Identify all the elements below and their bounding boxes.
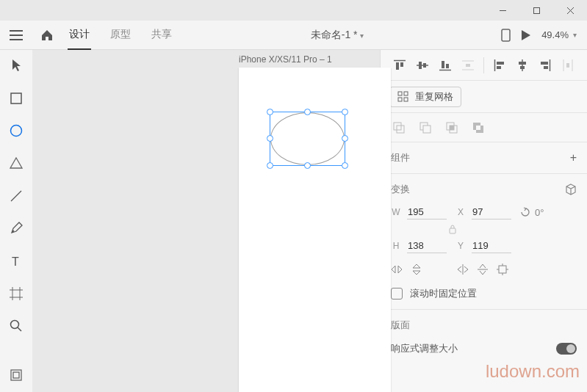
union-icon[interactable] (389, 118, 408, 137)
subtract-icon[interactable] (416, 118, 435, 137)
artboard-tool[interactable] (6, 286, 26, 302)
canvas-area[interactable]: iPhone X/XS/11 Pro – 1 (32, 50, 380, 392)
svg-text:T: T (12, 255, 19, 267)
top-toolbar: 设计 原型 共享 未命名-1 * ▾ 49.4%▾ (0, 21, 587, 50)
tab-prototype[interactable]: 原型 (109, 21, 132, 50)
artboard[interactable] (239, 68, 391, 392)
component-section-title: 组件 (391, 151, 410, 164)
align-left-icon[interactable] (490, 55, 510, 76)
svg-rect-54 (450, 126, 454, 130)
fix-scroll-checkbox[interactable] (391, 288, 403, 300)
zoom-tool[interactable] (6, 318, 26, 334)
width-label: W (391, 207, 401, 217)
align-hcenter-icon[interactable] (513, 55, 533, 76)
repeat-grid-label: 重复网格 (415, 90, 453, 104)
repeat-grid-button[interactable]: 重复网格 (389, 87, 461, 107)
mode-tabs: 设计 原型 共享 (68, 21, 173, 50)
artboard-label[interactable]: iPhone X/XS/11 Pro – 1 (239, 54, 332, 65)
align-top-icon[interactable] (389, 55, 409, 76)
home-button[interactable] (32, 29, 62, 41)
svg-rect-7 (502, 29, 510, 41)
tab-share[interactable]: 共享 (150, 21, 173, 50)
distribute-v-icon[interactable] (458, 55, 478, 76)
transform-section: 变换 W X 0° H Y (381, 174, 587, 310)
svg-rect-44 (398, 92, 402, 95)
svg-rect-24 (419, 62, 422, 69)
svg-rect-1 (533, 7, 539, 13)
flip-v2-icon[interactable] (478, 264, 488, 275)
responsive-resize-label: 响应式调整大小 (391, 342, 458, 355)
y-input[interactable] (472, 239, 511, 253)
add-component-button[interactable]: + (570, 151, 577, 164)
select-tool[interactable] (6, 57, 26, 73)
svg-rect-36 (519, 62, 526, 65)
window-maximize-button[interactable] (519, 0, 553, 21)
align-toolbar (381, 50, 587, 81)
resize-handle-tr[interactable] (342, 109, 348, 115)
zoom-dropdown[interactable]: 49.4%▾ (541, 29, 577, 40)
svg-rect-48 (394, 123, 401, 130)
3d-transform-icon[interactable] (565, 184, 577, 195)
resize-handle-bl[interactable] (267, 162, 273, 169)
lock-aspect-button[interactable] (448, 224, 577, 234)
svg-rect-51 (423, 126, 431, 133)
height-input[interactable] (407, 239, 447, 253)
svg-rect-61 (499, 266, 506, 273)
x-input[interactable] (472, 205, 511, 219)
assets-panel-button[interactable] (6, 367, 26, 383)
flip-v-icon[interactable] (411, 264, 422, 275)
pen-tool[interactable] (6, 220, 26, 236)
exclude-icon[interactable] (469, 118, 488, 137)
rotation-control[interactable]: 0° (520, 205, 544, 219)
svg-rect-43 (566, 63, 569, 68)
svg-point-9 (11, 126, 22, 137)
document-title[interactable]: 未命名-1 * ▾ (173, 29, 501, 42)
text-tool[interactable]: T (6, 253, 26, 269)
layout-section: 版面 响应式调整大小 (381, 310, 587, 364)
align-right-icon[interactable] (536, 55, 555, 76)
play-button[interactable] (521, 29, 531, 41)
hamburger-menu-button[interactable] (0, 30, 32, 40)
fix-scroll-label: 滚动时固定位置 (410, 287, 477, 300)
svg-rect-57 (476, 126, 480, 130)
intersect-icon[interactable] (442, 118, 461, 137)
width-input[interactable] (407, 205, 447, 219)
resize-handle-br[interactable] (342, 162, 348, 169)
flip-h2-icon[interactable] (457, 264, 469, 275)
svg-rect-37 (520, 66, 525, 69)
line-tool[interactable] (6, 188, 26, 204)
svg-point-16 (11, 321, 19, 329)
window-close-button[interactable] (553, 0, 587, 21)
align-vcenter-icon[interactable] (412, 55, 432, 76)
svg-rect-27 (442, 61, 444, 68)
window-minimize-button[interactable] (486, 0, 519, 21)
ellipse-shape[interactable] (270, 112, 345, 165)
ellipse-tool[interactable] (6, 123, 26, 139)
svg-rect-46 (398, 98, 402, 101)
zoom-value: 49.4% (541, 29, 569, 40)
chevron-down-icon: ▾ (360, 32, 364, 40)
rectangle-tool[interactable] (6, 90, 26, 106)
device-preview-button[interactable] (501, 29, 511, 42)
flip-h-icon[interactable] (391, 264, 403, 275)
svg-rect-47 (404, 98, 408, 101)
svg-rect-34 (497, 66, 501, 69)
resize-handle-tl[interactable] (267, 109, 273, 115)
tab-design[interactable]: 设计 (68, 21, 91, 50)
properties-panel: 重复网格 组件 + 变换 W (380, 50, 587, 392)
responsive-resize-toggle[interactable] (556, 343, 577, 355)
svg-rect-31 (466, 64, 470, 67)
svg-rect-25 (423, 63, 426, 68)
window-titlebar (0, 0, 587, 21)
distribute-h-icon[interactable] (558, 55, 578, 76)
svg-rect-45 (404, 92, 408, 95)
svg-rect-39 (541, 62, 548, 65)
align-bottom-icon[interactable] (435, 55, 455, 76)
svg-rect-49 (397, 126, 404, 133)
svg-line-10 (11, 191, 21, 201)
boolean-ops-row (381, 113, 587, 142)
responsive-resize-icon[interactable] (497, 264, 508, 275)
x-label: X (455, 207, 466, 217)
polygon-tool[interactable] (6, 155, 26, 171)
svg-rect-19 (13, 372, 19, 378)
